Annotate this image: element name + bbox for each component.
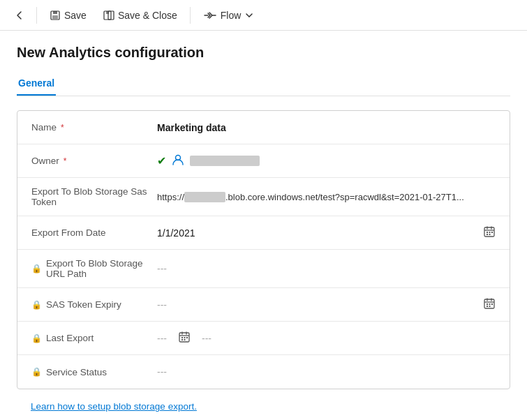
svg-rect-8 [487,232,488,233]
required-star-name: * [61,123,64,133]
sas-expiry-calendar-icon[interactable] [483,297,496,312]
export-token-value: https://■■■■■■■.blob.core.windows.net/te… [157,192,464,202]
label-service-status: 🔒 Service Status [31,367,157,377]
svg-rect-22 [186,337,188,338]
svg-rect-1 [53,11,57,14]
form-card: Name * Marketing data Owner * ✔ [17,110,510,389]
svg-rect-17 [487,306,488,307]
svg-rect-11 [487,234,488,235]
form-row-export-url: 🔒 Export To Blob Storage URL Path --- [17,250,510,288]
svg-rect-23 [181,339,183,340]
svg-rect-14 [487,303,488,305]
value-sas-expiry: --- [157,297,496,312]
toolbar: Save Save & Close Flow [0,0,527,31]
save-label: Save [64,10,87,21]
form-row-export-token: Export To Blob Storage Sas Token https:/… [17,178,510,216]
svg-rect-5 [106,11,109,14]
toolbar-divider-1 [36,7,37,24]
owner-person-icon [172,153,184,169]
save-button[interactable]: Save [43,6,94,24]
learn-link-section: Learn how to setup blob storage export. [17,389,510,417]
form-row-owner: Owner * ✔ Urquico Nichele [17,144,510,178]
last-export-calendar-icon[interactable] [178,331,191,345]
svg-rect-18 [489,306,491,307]
label-export-url: 🔒 Export To Blob Storage URL Path [31,258,157,279]
label-sas-expiry: 🔒 SAS Token Expiry [31,299,157,310]
toolbar-divider-2 [190,7,191,24]
url-blurred: ■■■■■■■ [184,192,225,202]
label-last-export: 🔒 Last Export [31,333,157,343]
required-star-owner: * [64,156,67,166]
value-owner: ✔ Urquico Nichele [157,153,496,169]
svg-rect-16 [491,303,493,305]
flow-button[interactable]: Flow [196,6,260,24]
back-button[interactable] [8,6,31,24]
form-row-export-date: Export From Date 1/1/2021 [17,216,510,250]
value-export-date: 1/1/2021 [157,225,496,240]
lock-icon-service: 🔒 [31,367,42,377]
svg-rect-21 [184,337,186,338]
svg-rect-24 [184,339,186,340]
tab-general[interactable]: General [17,72,56,96]
value-export-url: --- [157,263,496,274]
value-name: Marketing data [157,122,496,133]
form-row-service-status: 🔒 Service Status --- [17,355,510,389]
owner-check-icon: ✔ [157,154,166,167]
page-title: New Analytics configuration [17,45,510,61]
svg-rect-2 [52,15,58,19]
label-owner: Owner * [31,156,157,166]
learn-link[interactable]: Learn how to setup blob storage export. [31,401,197,412]
export-date-calendar-icon[interactable] [483,225,496,240]
svg-rect-12 [489,234,491,235]
form-row-sas-expiry: 🔒 SAS Token Expiry --- [17,288,510,322]
value-service-status: --- [157,366,496,377]
save-close-label: Save & Close [118,10,177,21]
lock-icon-last-export: 🔒 [31,333,42,343]
svg-rect-10 [491,232,493,233]
lock-icon-sas: 🔒 [31,300,42,310]
lock-icon-url: 🔒 [31,264,42,273]
save-close-button[interactable]: Save & Close [96,6,184,24]
form-row-name: Name * Marketing data [17,111,510,144]
svg-rect-9 [489,232,491,233]
value-last-export: --- --- [157,331,496,345]
label-export-date: Export From Date [31,227,157,238]
owner-name-blurred: Urquico Nichele [190,156,260,166]
label-export-token: Export To Blob Storage Sas Token [31,186,157,207]
tabs: General [17,72,510,96]
svg-rect-20 [181,337,183,338]
label-name: Name * [31,122,157,133]
flow-label: Flow [221,10,242,21]
value-export-token: https://■■■■■■■.blob.core.windows.net/te… [157,192,496,202]
page-content: New Analytics configuration General Name… [0,31,527,420]
form-row-last-export: 🔒 Last Export --- [17,322,510,355]
svg-rect-15 [489,303,491,305]
